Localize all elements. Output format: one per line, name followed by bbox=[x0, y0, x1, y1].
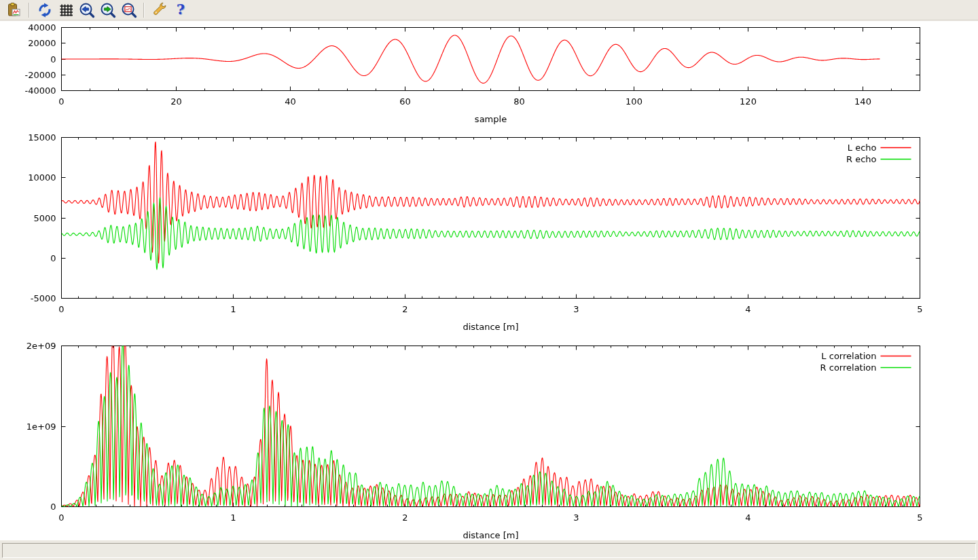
wrench-icon bbox=[151, 2, 168, 18]
configure-button[interactable] bbox=[150, 1, 168, 19]
autoscale-button[interactable] bbox=[120, 1, 138, 19]
zoom-full-icon bbox=[121, 2, 137, 18]
copy-to-clipboard-button[interactable] bbox=[5, 1, 23, 19]
status-field bbox=[2, 543, 976, 558]
help-button[interactable]: ? ? bbox=[171, 1, 189, 19]
zoom-next-icon bbox=[100, 2, 116, 18]
toolbar-separator bbox=[143, 3, 145, 18]
toolbar: ? ? bbox=[0, 0, 978, 20]
svg-text:?: ? bbox=[176, 2, 184, 18]
toggle-grid-button[interactable] bbox=[56, 1, 75, 19]
replot-button[interactable] bbox=[35, 1, 54, 19]
question-mark-icon: ? ? bbox=[173, 2, 189, 18]
status-bar bbox=[0, 540, 978, 560]
clipboard-chart-icon bbox=[6, 2, 22, 18]
zoom-previous-icon bbox=[79, 2, 95, 18]
grid-icon bbox=[58, 2, 74, 18]
toolbar-separator bbox=[29, 3, 30, 18]
plot-canvas[interactable] bbox=[0, 21, 978, 540]
gnuplot-window: ? ? bbox=[0, 0, 978, 560]
zoom-previous-button[interactable] bbox=[77, 1, 96, 19]
refresh-icon bbox=[37, 2, 53, 18]
plot-area bbox=[0, 21, 978, 540]
zoom-next-button[interactable] bbox=[98, 1, 117, 19]
